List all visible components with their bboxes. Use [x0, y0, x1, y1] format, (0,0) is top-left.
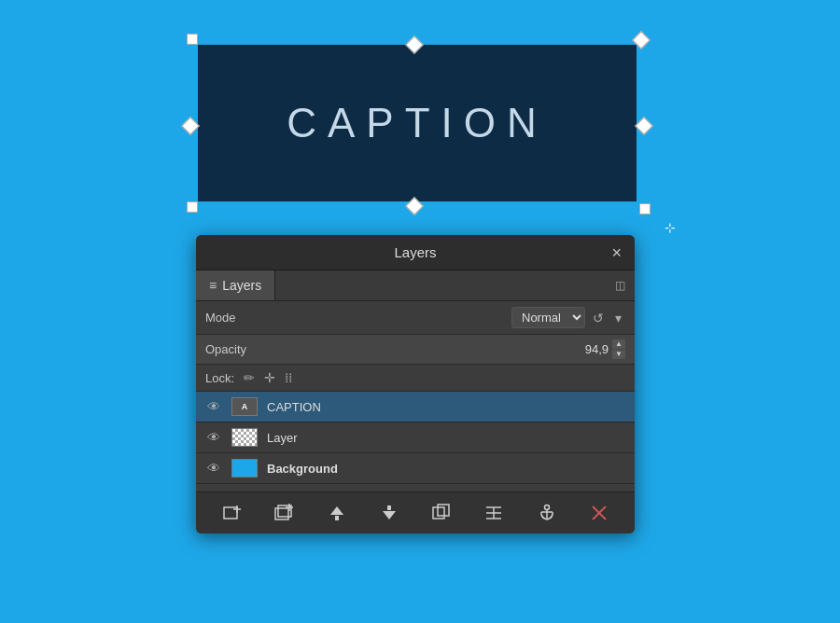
- layer-thumb-background: [231, 459, 258, 478]
- handle-ml[interactable]: [181, 117, 200, 135]
- delete-button[interactable]: [584, 500, 614, 526]
- svg-rect-12: [438, 505, 449, 516]
- anchor-button[interactable]: [532, 500, 562, 526]
- lock-label: Lock:: [205, 371, 234, 385]
- mode-row: Mode Normal Multiply Screen Overlay ↺ ▾: [196, 301, 635, 335]
- layers-tab[interactable]: ≡ Layers: [196, 270, 275, 300]
- lock-all-icon[interactable]: ⁞⁞: [285, 370, 292, 385]
- lock-pencil-icon[interactable]: ✏: [244, 370, 255, 385]
- opacity-stepper: ▲ ▼: [612, 339, 625, 359]
- mode-extra-icon[interactable]: ▾: [611, 309, 625, 327]
- svg-rect-11: [433, 507, 444, 519]
- panel-titlebar: Layers ×: [196, 235, 635, 270]
- tab-pin-icon[interactable]: ◫: [606, 271, 635, 299]
- lock-row: Lock: ✏ ✛ ⁞⁞: [196, 365, 635, 392]
- lock-move-icon[interactable]: ✛: [264, 370, 275, 385]
- new-layer-icon: [222, 504, 241, 522]
- eye-icon-background[interactable]: 👁: [205, 461, 222, 476]
- selected-element[interactable]: CAPTION: [179, 26, 655, 220]
- move-up-icon: [328, 504, 346, 522]
- layers-tab-icon: ≡: [209, 278, 217, 293]
- opacity-value: 94,9: [585, 342, 609, 356]
- mode-label: Mode: [205, 311, 511, 325]
- delete-icon: [590, 504, 609, 522]
- element-content: CAPTION: [198, 45, 637, 201]
- list-spacer: [196, 484, 635, 491]
- close-button[interactable]: ×: [611, 244, 622, 261]
- mode-dropdown[interactable]: Normal Multiply Screen Overlay: [511, 307, 585, 328]
- layers-tab-row: ≡ Layers ◫: [196, 270, 635, 301]
- layer-thumb-layer: [231, 428, 258, 447]
- layers-toolbar: [196, 491, 635, 533]
- move-up-button[interactable]: [322, 500, 352, 526]
- handle-bl[interactable]: [187, 201, 198, 213]
- merge-button[interactable]: [479, 500, 509, 526]
- handle-tl[interactable]: [187, 34, 198, 45]
- transform-cursor-icon: ⊹: [665, 220, 676, 235]
- handle-mr[interactable]: [635, 117, 653, 135]
- anchor-icon: [538, 504, 556, 522]
- opacity-row: Opacity 94,9 ▲ ▼: [196, 335, 635, 365]
- layer-item-caption[interactable]: 👁 A CAPTION: [196, 392, 635, 422]
- eye-icon-caption[interactable]: 👁: [205, 399, 222, 414]
- layer-thumb-caption: A: [231, 397, 258, 416]
- panel-title: Layers: [394, 244, 436, 260]
- new-group-icon: [274, 504, 293, 522]
- move-down-button[interactable]: [374, 500, 404, 526]
- duplicate-button[interactable]: [427, 500, 456, 526]
- mode-select: Normal Multiply Screen Overlay ↺ ▾: [511, 307, 625, 328]
- svg-rect-8: [335, 516, 339, 520]
- svg-point-17: [544, 505, 549, 510]
- layer-name-layer: Layer: [267, 431, 625, 445]
- opacity-up-button[interactable]: ▲: [612, 339, 625, 349]
- background-thumb-image: [231, 459, 258, 478]
- canvas-area: CAPTION ⊹: [0, 0, 840, 252]
- svg-marker-7: [330, 506, 343, 515]
- layer-name-caption: CAPTION: [267, 400, 625, 414]
- layers-list: 👁 A CAPTION 👁 Layer 👁 Background: [196, 392, 635, 484]
- svg-rect-10: [387, 505, 391, 510]
- move-down-icon: [380, 504, 399, 522]
- new-layer-button[interactable]: [217, 500, 246, 526]
- handle-br[interactable]: [639, 203, 651, 215]
- svg-marker-9: [383, 511, 396, 519]
- duplicate-icon: [432, 504, 451, 522]
- svg-rect-3: [275, 508, 288, 519]
- eye-icon-layer[interactable]: 👁: [205, 430, 222, 445]
- layers-tab-label: Layers: [222, 278, 261, 293]
- caption-text: CAPTION: [287, 100, 548, 146]
- layer-item-background[interactable]: 👁 Background: [196, 453, 635, 484]
- layer-thumb-checker: [231, 428, 258, 447]
- merge-icon: [484, 504, 503, 522]
- layer-name-background: Background: [267, 462, 625, 476]
- opacity-down-button[interactable]: ▼: [612, 350, 625, 359]
- layer-item-layer[interactable]: 👁 Layer: [196, 422, 635, 453]
- reset-icon[interactable]: ↺: [589, 309, 608, 327]
- caption-thumb-image: A: [231, 397, 258, 416]
- opacity-label: Opacity: [205, 342, 585, 356]
- new-group-button[interactable]: [269, 500, 299, 526]
- layers-panel: Layers × ≡ Layers ◫ Mode Normal Multiply…: [196, 235, 635, 533]
